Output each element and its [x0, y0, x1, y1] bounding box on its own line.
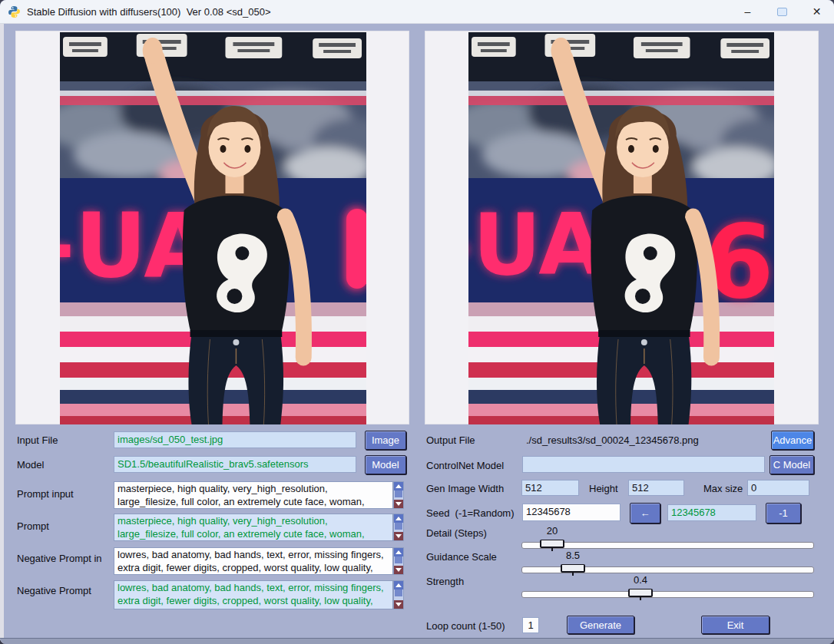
- window-title: Stable Diffusion with diffusers(100) Ver…: [27, 6, 271, 18]
- output-image-preview: -UA -UA 6 6: [468, 32, 774, 424]
- steps-slider-handle[interactable]: [540, 540, 564, 548]
- scroll-down-icon[interactable]: [394, 500, 403, 508]
- maximize-button[interactable]: [765, 0, 799, 23]
- height-field[interactable]: 512: [628, 480, 684, 496]
- left-arrow-icon: ←: [640, 507, 650, 519]
- scroll-thumb[interactable]: [395, 556, 402, 563]
- svg-text:-UA: -UA: [468, 196, 604, 294]
- generate-button[interactable]: Generate: [567, 616, 634, 634]
- controlnet-model-label: ControlNet Model: [426, 460, 504, 471]
- steps-slider-track[interactable]: [521, 542, 814, 549]
- app-window: Stable Diffusion with diffusers(100) Ver…: [0, 0, 834, 644]
- controlnet-model-field[interactable]: [522, 456, 765, 473]
- steps-slider[interactable]: 20: [521, 525, 814, 550]
- guidance-label: Guidance Scale: [426, 551, 497, 563]
- negative-prompt-textarea[interactable]: lowres, bad anatomy, bad hands, text, er…: [114, 580, 393, 609]
- prompt-input-label: Prompt input: [17, 488, 74, 500]
- height-label: Height: [589, 483, 618, 494]
- advance-button[interactable]: Advance: [771, 431, 814, 450]
- prompt-label: Prompt: [17, 520, 49, 532]
- negative-prompt-in-label: Negative Prompt in: [17, 553, 102, 564]
- prompt-scrollbar[interactable]: [393, 514, 404, 541]
- maximize-icon: [777, 8, 787, 16]
- scroll-down-icon[interactable]: [394, 600, 403, 609]
- steps-value: 20: [547, 525, 558, 537]
- scroll-up-icon[interactable]: [394, 581, 403, 590]
- scroll-up-icon[interactable]: [394, 548, 403, 556]
- strength-slider-handle[interactable]: [628, 589, 653, 597]
- strength-value: 0.4: [634, 574, 647, 586]
- minimize-button[interactable]: –: [730, 0, 765, 23]
- loop-count-field[interactable]: 1: [522, 617, 539, 633]
- output-file-label: Output File: [426, 434, 475, 446]
- copy-seed-button[interactable]: ←: [630, 503, 660, 523]
- seed-field[interactable]: 12345678: [522, 504, 621, 521]
- last-seed-field[interactable]: 12345678: [667, 504, 756, 521]
- exit-button[interactable]: Exit: [701, 616, 769, 634]
- negative-prompt-label: Negative Prompt: [17, 585, 91, 596]
- model-field[interactable]: SD1.5/beautifulRealistic_brav5.safetenso…: [114, 456, 356, 473]
- model-label: Model: [17, 459, 44, 471]
- random-seed-button[interactable]: -1: [766, 503, 801, 523]
- minimize-icon: –: [745, 5, 751, 18]
- scroll-down-icon[interactable]: [394, 566, 403, 574]
- c-model-button[interactable]: C Model: [769, 455, 814, 474]
- negative-prompt-in-textarea[interactable]: lowres, bad anatomy, bad hands, text, er…: [114, 547, 393, 575]
- input-file-field[interactable]: images/sd_050_test.jpg: [114, 431, 356, 448]
- loop-count-label: Loop count (1-50): [426, 620, 505, 632]
- strength-slider-track[interactable]: [521, 591, 814, 598]
- scroll-thumb[interactable]: [395, 490, 402, 497]
- prompt-input-scrollbar[interactable]: [393, 481, 404, 509]
- close-button[interactable]: ✕: [799, 0, 834, 23]
- strength-label: Strength: [426, 576, 464, 587]
- input-image-preview: -UA -UA: [60, 32, 366, 424]
- guidance-value: 8.5: [566, 550, 580, 561]
- seed-label: Seed (-1=Random): [426, 507, 515, 519]
- strength-slider[interactable]: 0.4: [521, 574, 814, 599]
- steps-label: Detail (Steps): [426, 527, 487, 539]
- guidance-slider[interactable]: 8.5: [521, 550, 814, 574]
- model-button[interactable]: Model: [365, 455, 406, 474]
- guidance-slider-handle[interactable]: [561, 564, 585, 573]
- prompt-input-textarea[interactable]: masterpiece, high quality, very_high_res…: [114, 481, 393, 509]
- output-file-value: ./sd_results3/sd_00024_12345678.png: [526, 434, 699, 446]
- negative-prompt-scrollbar[interactable]: [393, 580, 404, 609]
- input-file-label: Input File: [17, 434, 58, 446]
- title-bar[interactable]: Stable Diffusion with diffusers(100) Ver…: [0, 0, 834, 24]
- image-button[interactable]: Image: [365, 431, 406, 450]
- scroll-thumb[interactable]: [395, 590, 402, 596]
- python-logo-icon: [8, 5, 21, 18]
- prompt-textarea[interactable]: masterpiece, high quality, very_high_res…: [114, 514, 393, 541]
- scroll-down-icon[interactable]: [394, 532, 403, 540]
- negative-prompt-in-scrollbar[interactable]: [393, 547, 404, 575]
- gen-image-width-field[interactable]: 512: [521, 480, 579, 496]
- gen-image-width-label: Gen Image Width: [426, 483, 504, 494]
- max-size-label: Max size: [703, 483, 743, 494]
- close-icon: ✕: [812, 5, 822, 18]
- scroll-thumb[interactable]: [395, 523, 402, 530]
- scroll-up-icon[interactable]: [394, 514, 403, 523]
- max-size-field[interactable]: 0: [747, 480, 809, 496]
- scroll-up-icon[interactable]: [394, 482, 403, 490]
